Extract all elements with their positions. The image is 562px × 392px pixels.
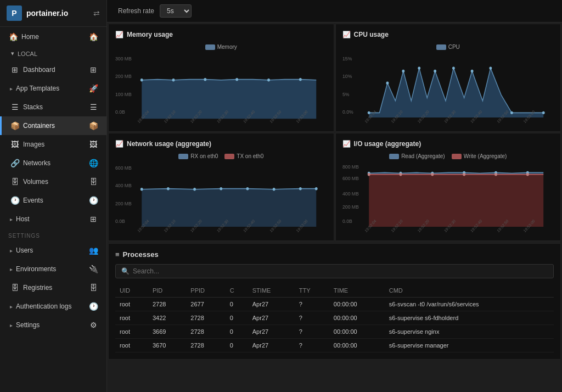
svg-marker-44 [142,189,316,227]
svg-text:400 MB: 400 MB [115,183,132,189]
cell-c: 0 [226,298,248,311]
processes-search-input[interactable] [133,267,548,275]
home-label: Home [21,33,39,41]
cell-tty: ? [295,311,329,325]
col-pid: PID [148,284,186,298]
svg-point-8 [235,78,238,81]
svg-point-48 [220,187,222,190]
network-chart-svg: 600 MB 400 MB 200 MB 0.0B 19:52:04 [115,163,327,234]
svg-point-30 [489,66,492,69]
col-uid: UID [115,284,148,298]
cell-ppid: 2728 [186,311,225,325]
cell-ppid: 2677 [186,298,225,311]
containers-icon: 📦 [10,121,20,130]
host-nav-icon: ⊞ [88,215,98,223]
settings-icon: ⚙ [88,321,98,329]
sidebar-item-label: Containers [23,122,55,130]
sidebar-item-auth-logs[interactable]: ▸ Authentication logs 🕐 [0,297,106,316]
registries-icon: 🗄 [10,283,20,292]
io-chart-area: 800 MB 600 MB 400 MB 200 MB 0.0B [342,163,554,234]
sidebar-item-label: Stacks [23,103,43,111]
svg-marker-65 [369,175,543,227]
sidebar-item-networks[interactable]: 🔗 Networks 🌐 [0,154,106,172]
sidebar-item-label: Registries [23,284,52,292]
sidebar-item-dashboard[interactable]: ⊞ Dashboard ⊞ [0,60,106,79]
sidebar-item-events[interactable]: 🕐 Events 🕐 [0,191,106,210]
memory-legend-item: Memory [205,44,237,50]
sidebar-item-label: Users [16,247,33,254]
table-row: root 2728 2677 0 Apr27 ? 00:00:00 s6-svs… [115,298,554,311]
svg-point-27 [434,70,436,72]
svg-point-25 [402,70,404,72]
processes-title: ≡ Processes [115,250,554,259]
svg-point-49 [246,187,249,190]
refresh-rate-label: Refresh rate [118,7,154,15]
io-write-legend: Write (Aggregate) [452,153,507,159]
svg-point-76 [463,173,465,176]
cpu-legend-item: CPU [436,44,460,50]
sidebar-item-label: Events [23,197,43,204]
cell-pid: 3669 [148,325,186,339]
svg-point-32 [542,111,544,114]
sidebar-item-stacks[interactable]: ☰ Stacks ☰ [0,98,106,116]
table-row: root 3670 2728 0 Apr27 ? 00:00:00 s6-sup… [115,339,554,352]
cpu-chart-icon: 📈 [342,31,351,38]
processes-table-header: UID PID PPID C STIME TTY TIME CMD [115,284,554,298]
settings-section-label: SETTINGS [0,228,106,241]
sidebar-item-host[interactable]: ▸ Host ⊞ [0,210,106,228]
logo-text: portainer.io [26,9,68,18]
events-nav-icon: 🕐 [88,196,98,205]
svg-text:400 MB: 400 MB [342,191,359,197]
cell-time: 00:00:00 [329,325,385,339]
cell-pid: 3422 [148,311,186,325]
sidebar-local[interactable]: ▾ LOCAL [0,47,106,60]
svg-point-52 [315,187,318,190]
cell-cmd: s6-supervise nginx [385,325,554,339]
sidebar-item-images[interactable]: 🖼 Images 🖼 [0,135,106,154]
processes-search-bar[interactable]: 🔍 [115,264,554,278]
sidebar-item-volumes[interactable]: 🗄 Volumes 🗄 [0,172,106,191]
app-templates-icon: 🚀 [88,84,98,93]
containers-nav-icon: 📦 [88,121,98,130]
memory-swatch [205,44,215,50]
cell-c: 0 [226,339,248,352]
cell-uid: root [115,311,148,325]
refresh-rate-select[interactable]: 5s 10s 30s 1m [160,4,192,18]
transfer-icon[interactable]: ⇄ [93,9,100,18]
sidebar-item-settings[interactable]: ▸ Settings ⚙ [0,316,106,334]
svg-text:5%: 5% [342,92,350,98]
cell-c: 0 [226,325,248,339]
read-swatch [389,154,399,159]
table-row: root 3422 2728 0 Apr27 ? 00:00:00 s6-sup… [115,311,554,325]
cell-cmd: s6-svscan -t0 /var/run/s6/services [385,298,554,311]
io-chart-card: 📈 I/O usage (aggregate) Read (Aggregate)… [335,133,561,241]
cpu-chart-card: 📈 CPU usage CPU 15% 10% 5% 0.0% [335,24,561,132]
sidebar-item-registries[interactable]: 🗄 Registries 🗄 [0,278,106,297]
sidebar-item-containers[interactable]: 📦 Containers 📦 [0,116,106,135]
svg-point-29 [470,70,473,72]
chart-icon: 📈 [115,31,123,38]
cell-tty: ? [295,298,329,311]
cell-stime: Apr27 [248,325,295,339]
memory-chart-title: 📈 Memory usage [115,31,327,38]
cell-time: 00:00:00 [329,339,385,352]
network-tx-legend: TX on eth0 [224,153,263,159]
cell-stime: Apr27 [248,339,295,352]
sidebar-item-label: Images [23,141,44,148]
sidebar-item-environments[interactable]: ▸ Environments 🔌 [0,260,106,278]
svg-point-5 [140,79,143,81]
cell-cmd: s6-supervise manager [385,339,554,352]
processes-table: UID PID PPID C STIME TTY TIME CMD root 2… [115,284,554,352]
network-chart-area: 600 MB 400 MB 200 MB 0.0B 19:52:04 [115,163,327,234]
sidebar-item-home[interactable]: 🏠 Home 🏠 [0,27,106,47]
sidebar-item-users[interactable]: ▸ Users 👥 [0,241,106,260]
memory-chart-area: 300 MB 200 MB 100 MB 0.0B 19 [115,53,327,125]
stacks-icon: ☰ [10,103,20,111]
io-legend: Read (Aggregate) Write (Aggregate) [342,153,554,159]
sidebar-item-label: Volumes [23,178,48,186]
col-time: TIME [329,284,385,298]
svg-point-46 [167,187,170,190]
svg-text:300 MB: 300 MB [115,56,132,62]
col-stime: STIME [248,284,295,298]
sidebar-item-app-templates[interactable]: ▸ App Templates 🚀 [0,79,106,98]
